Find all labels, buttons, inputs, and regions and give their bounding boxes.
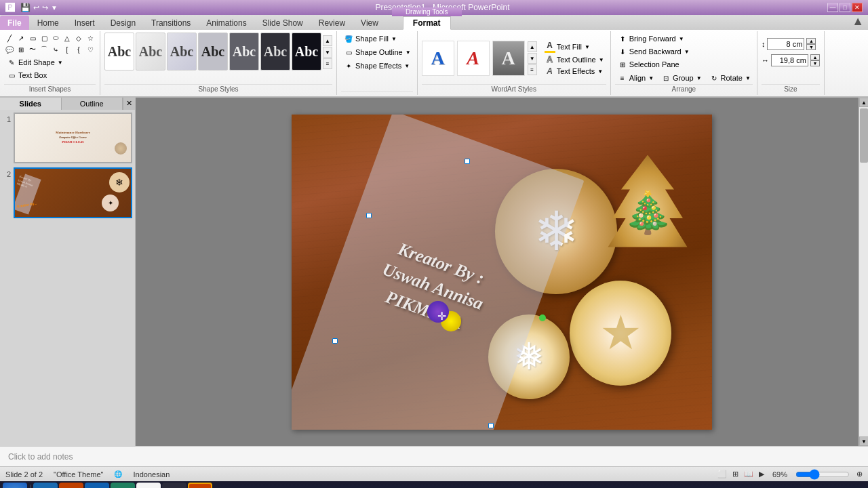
vertical-scrollbar[interactable]: ▲ ▼ [859,98,868,446]
align-button[interactable]: ≡ Align ▼ [615,72,656,84]
tab-animations[interactable]: Animations [199,16,254,30]
edit-shape-dropdown[interactable]: ▼ [58,60,63,66]
rotate-button[interactable]: ↻ Rotate ▼ [707,72,753,84]
taskbar-calculator[interactable]: 🔢 [162,483,186,488]
text-box-button[interactable]: ▭ Text Box [4,69,96,81]
handle-mr[interactable] [488,423,494,428]
wordart-style-1[interactable]: A [422,41,454,76]
sidebar-tab-outline[interactable]: Outline [62,98,123,110]
slide-thumbnail-2[interactable]: 2 ❄ ✦ Kreator By: Uswah Annisa PIKMI–A [3,167,132,218]
height-spin-up[interactable]: ▲ [806,38,816,44]
view-slide-sorter[interactable]: ⊞ [732,470,738,479]
shape-style-7[interactable]: Abc [292,33,321,70]
wordart-scroll-up[interactable]: ▲ [528,41,537,52]
connector-shape[interactable]: ⤷ [50,44,61,55]
wordart-style-3[interactable]: A [492,41,525,76]
style-scroll-down[interactable]: ▼ [323,47,332,58]
send-backward-button[interactable]: ⬇ Send Backward ▼ [615,45,692,58]
shape-style-2[interactable]: Abc [136,33,165,70]
oval-shape[interactable]: ⬭ [50,33,61,43]
sidebar-close-button[interactable]: ✕ [123,98,135,110]
handle-tl[interactable] [366,213,372,218]
handle-tr[interactable] [465,159,470,164]
tab-insert[interactable]: Insert [67,16,102,30]
taskbar-chrome[interactable]: 🔵 [136,483,161,488]
text-fill-dropdown[interactable]: ▼ [585,44,590,50]
shape-style-6[interactable]: Abc [260,33,290,70]
slide-thumbnail-1[interactable]: 1 Maintenance Hardware Komputer Office C… [3,113,132,163]
tab-review[interactable]: Review [311,16,353,30]
width-input[interactable] [771,54,808,66]
shape-style-4[interactable]: Abc [198,33,228,70]
shape-outline-button[interactable]: ▭ Shape Outline ▼ [341,46,413,58]
height-input[interactable] [767,38,804,50]
shape-style-5[interactable]: Abc [229,33,259,70]
shape-fill-button[interactable]: 🪣 Shape Fill ▼ [341,33,399,45]
wordart-style-2[interactable]: A [457,41,490,76]
zoom-slider[interactable] [795,470,850,479]
send-backward-dropdown[interactable]: ▼ [684,49,690,55]
rect-shape[interactable]: ▭ [27,33,38,43]
shape-fill-dropdown[interactable]: ▼ [391,36,397,42]
handle-ml[interactable] [332,338,338,344]
tab-format[interactable]: Format [403,16,451,30]
height-spin-down[interactable]: ▼ [806,44,816,50]
slide-canvas[interactable]: ❄ 🎄 ★ ❅ [292,115,712,430]
text-outline-button[interactable]: A Text Outline ▼ [542,54,606,65]
slide-preview-2[interactable]: ❄ ✦ Kreator By: Uswah Annisa PIKMI–A Kre… [14,167,132,218]
zoom-fit[interactable]: ⊕ [856,470,863,479]
shape-effects-dropdown[interactable]: ▼ [404,63,410,69]
taskbar-explorer[interactable]: 📁 [33,483,58,488]
align-dropdown[interactable]: ▼ [648,75,654,81]
edit-shape-button[interactable]: ✎ Edit Shape ▼ [4,56,96,68]
bring-forward-button[interactable]: ⬆ Bring Forward ▼ [615,33,686,45]
rounded-rect-shape[interactable]: ▢ [39,33,50,43]
tab-home[interactable]: Home [30,16,66,30]
shape-outline-dropdown[interactable]: ▼ [406,49,411,56]
slide-preview-1[interactable]: Maintenance Hardware Komputer Office Cou… [14,113,132,163]
scroll-up-button[interactable]: ▲ [859,98,868,107]
sidebar-tab-slides[interactable]: Slides [0,98,62,110]
ribbon-collapse[interactable]: ▲ [848,13,868,30]
shape-style-1[interactable]: Abc [104,33,134,70]
scroll-thumb[interactable] [860,108,868,163]
tab-file[interactable]: File [0,16,29,30]
bracket-shape[interactable]: [ [62,44,73,55]
wordart-scroll-down[interactable]: ▼ [528,53,537,64]
canvas-area[interactable]: ❄ 🎄 ★ ❅ [136,98,868,446]
line-shape[interactable]: ╱ [4,33,15,43]
wordart-scroll-more[interactable]: ≡ [528,64,537,75]
style-scroll-up[interactable]: ▲ [323,35,332,46]
style-scroll-more[interactable]: ≡ [323,58,332,69]
shape-effects-button[interactable]: ✦ Shape Effects ▼ [341,60,412,72]
arrow-shape[interactable]: ↗ [16,33,26,43]
width-spin-down[interactable]: ▼ [810,60,820,66]
text-effects-dropdown[interactable]: ▼ [597,68,603,75]
tab-view[interactable]: View [353,16,386,30]
scroll-track[interactable] [859,107,868,436]
text-effects-button[interactable]: A Text Effects ▼ [542,66,606,77]
view-normal[interactable]: ⬜ [717,470,727,479]
freeform-shape[interactable]: 〜 [27,44,38,55]
star-shape[interactable]: ☆ [85,33,96,43]
taskbar-firefox[interactable]: 🦊 [59,483,83,488]
brace-shape[interactable]: { [73,44,84,55]
diamond-shape[interactable]: ◇ [73,33,84,43]
callout-shape[interactable]: 💬 [4,44,15,55]
view-slideshow[interactable]: ▶ [759,470,764,479]
rotate-dropdown[interactable]: ▼ [745,75,751,81]
view-reading[interactable]: 📖 [744,470,753,479]
tab-transitions[interactable]: Transitions [144,16,198,30]
tab-slideshow[interactable]: Slide Show [255,16,311,30]
selection-pane-button[interactable]: ⊞ Selection Pane [615,58,682,70]
start-button[interactable]: ⊞ [3,483,27,488]
taskbar-ie[interactable]: 🌐 [85,483,109,488]
notes-bar[interactable]: Click to add notes [0,446,868,466]
group-button[interactable]: ⊡ Group ▼ [658,72,704,84]
text-fill-button[interactable]: A Text Fill ▼ [542,40,606,54]
tab-design[interactable]: Design [103,16,143,30]
width-spin-up[interactable]: ▲ [810,54,820,60]
text-outline-dropdown[interactable]: ▼ [599,57,604,63]
triangle-shape[interactable]: △ [62,33,73,43]
taskbar-powerpoint[interactable]: 🅿 [188,483,212,488]
